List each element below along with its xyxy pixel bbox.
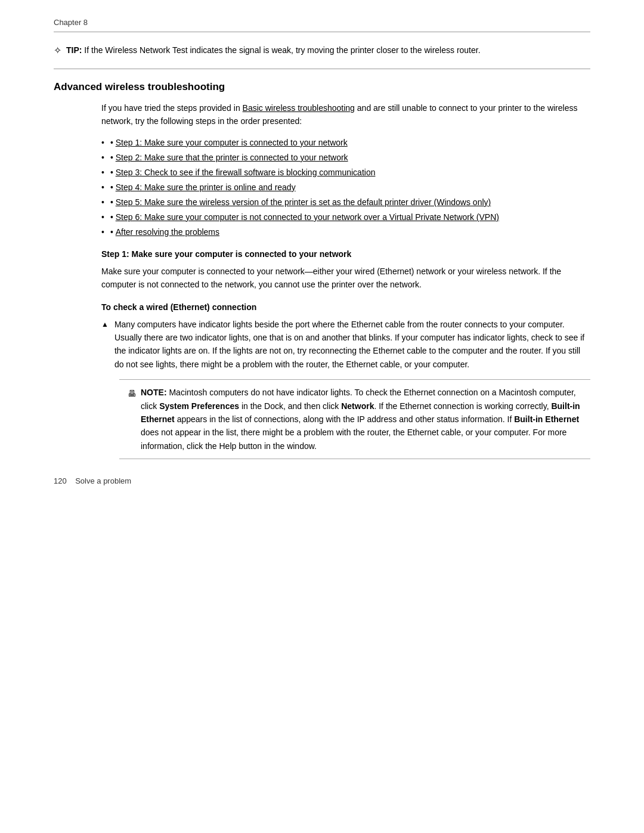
page-number: 120	[54, 476, 67, 485]
step6-link[interactable]: Step 6: Make sure your computer is not c…	[116, 211, 499, 224]
note-bold1: System Preferences	[159, 401, 239, 411]
step1-link[interactable]: Step 1: Make sure your computer is conne…	[116, 137, 348, 149]
bullet-dot: •	[110, 226, 116, 239]
note-text-after-bold4: does not appear in the list, there might…	[141, 428, 566, 450]
bullet-dot: •	[110, 151, 116, 164]
tip-label: TIP:	[66, 45, 82, 55]
note-box: 🖶 NOTE: Macintosh computers do not have …	[119, 379, 590, 459]
bullet-dot: •	[110, 196, 116, 209]
list-item: • Step 3: Check to see if the firewall s…	[101, 166, 590, 179]
bullet-dot: •	[110, 181, 116, 194]
chapter-label: Chapter 8	[54, 18, 88, 27]
intro-paragraph: If you have tried the steps provided in …	[101, 101, 590, 128]
steps-list: • Step 1: Make sure your computer is con…	[101, 137, 590, 239]
step3-link[interactable]: Step 3: Check to see if the firewall sof…	[116, 166, 376, 179]
note-icon: 🖶	[128, 387, 136, 400]
tip-content: If the Wireless Network Test indicates t…	[84, 45, 480, 55]
triangle-icon: ▲	[101, 319, 109, 330]
section-title: Advanced wireless troubleshooting	[54, 81, 590, 93]
bullet-dot: •	[110, 166, 116, 179]
note-text-after-bold2: . If the Ethernet connection is working …	[374, 401, 551, 411]
bottom-divider	[54, 69, 590, 69]
note-bold4: Built-in Ethernet	[514, 414, 579, 424]
step1-body: Make sure your computer is connected to …	[101, 265, 590, 292]
note-box-inner: 🖶 NOTE: Macintosh computers do not have …	[128, 386, 582, 453]
step4-link[interactable]: Step 4: Make sure the printer is online …	[116, 181, 296, 194]
basic-troubleshooting-link[interactable]: Basic wireless troubleshooting	[243, 103, 355, 113]
triangle-list: ▲ Many computers have indicator lights b…	[101, 318, 590, 371]
page-footer: 120 Solve a problem	[54, 476, 131, 485]
top-divider	[54, 32, 590, 32]
list-item: • Step 5: Make sure the wireless version…	[101, 196, 590, 209]
step1-title: Step 1: Make sure your computer is conne…	[101, 249, 590, 259]
chapter-header: Chapter 8	[54, 18, 590, 27]
after-resolving-link[interactable]: After resolving the problems	[116, 226, 219, 239]
triangle-list-item: ▲ Many computers have indicator lights b…	[101, 318, 590, 371]
tip-icon: ✧	[54, 45, 61, 56]
list-item: • Step 1: Make sure your computer is con…	[101, 137, 590, 149]
note-label: NOTE:	[141, 388, 167, 397]
footer-text: Solve a problem	[75, 476, 131, 485]
note-text-after-bold1: in the Dock, and then click	[239, 401, 341, 411]
list-item: • After resolving the problems	[101, 226, 590, 239]
tip-box: ✧ TIP: If the Wireless Network Test indi…	[54, 38, 590, 63]
list-item: • Step 4: Make sure the printer is onlin…	[101, 181, 590, 194]
list-item: • Step 6: Make sure your computer is not…	[101, 211, 590, 224]
list-item: • Step 2: Make sure that the printer is …	[101, 151, 590, 164]
triangle-item-text: Many computers have indicator lights bes…	[114, 318, 590, 371]
step2-link[interactable]: Step 2: Make sure that the printer is co…	[116, 151, 348, 164]
tip-text: TIP: If the Wireless Network Test indica…	[66, 44, 481, 57]
note-bold2: Network	[341, 401, 374, 411]
bullet-dot: •	[110, 137, 116, 149]
bullet-dot: •	[110, 211, 116, 224]
note-text-after-bold3: appears in the list of connections, alon…	[175, 414, 514, 424]
ethernet-section-title: To check a wired (Ethernet) connection	[101, 302, 590, 312]
step5-link[interactable]: Step 5: Make sure the wireless version o…	[116, 196, 491, 209]
note-text: NOTE: Macintosh computers do not have in…	[141, 386, 582, 453]
